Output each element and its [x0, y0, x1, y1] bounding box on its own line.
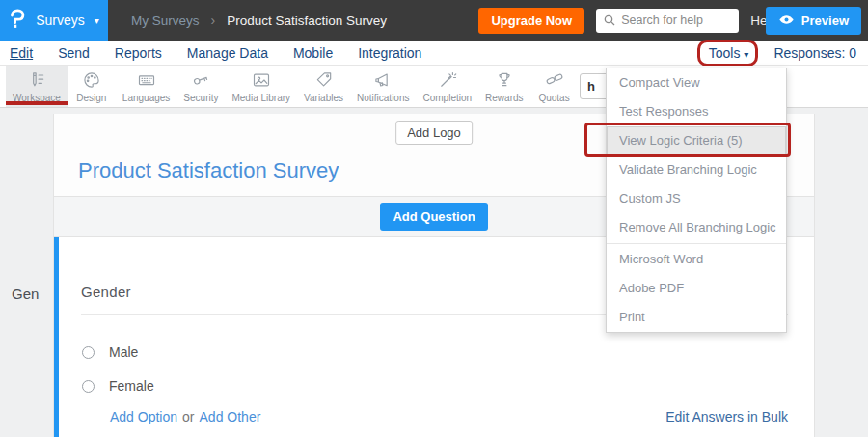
radio-female[interactable] — [82, 380, 95, 393]
megaphone-icon — [373, 70, 393, 90]
key-icon — [191, 70, 210, 90]
eye-icon — [778, 12, 795, 31]
preview-label: Preview — [801, 14, 849, 28]
toolbar-item-variables[interactable]: Variables — [297, 66, 350, 107]
workspace-icon — [27, 70, 46, 90]
product-menu-label: Surveys — [36, 13, 85, 28]
upgrade-now-button[interactable]: Upgrade Now — [478, 8, 584, 34]
image-icon — [252, 70, 271, 90]
edit-answers-in-bulk-link[interactable]: Edit Answers in Bulk — [665, 409, 788, 424]
toolbar-item-quotas[interactable]: Quotas — [530, 66, 579, 107]
toolbar-item-rewards[interactable]: Rewards — [478, 66, 529, 107]
topbar: Surveys ▾ My Surveys › Product Satisfact… — [0, 0, 868, 41]
nav-right: Tools ▾ Responses: 0 — [705, 44, 868, 62]
menu-divider — [607, 243, 786, 244]
proprofs-logo-icon — [9, 9, 26, 33]
menu-item-validate-branching-logic[interactable]: Validate Branching Logic — [607, 155, 786, 184]
menu-item-custom-js[interactable]: Custom JS — [607, 184, 786, 213]
menu-item-remove-all-branching-logic[interactable]: Remove All Branching Logic — [607, 213, 786, 242]
radio-male[interactable] — [82, 346, 95, 359]
add-logo-button[interactable]: Add Logo — [395, 121, 473, 145]
trophy-icon — [495, 70, 514, 90]
toolbar-item-completion[interactable]: Completion — [416, 66, 478, 107]
palette-icon — [82, 70, 101, 90]
question-title[interactable]: Gender — [81, 284, 131, 300]
option-row-female: Female — [82, 378, 154, 394]
add-option-link[interactable]: Add Option — [110, 409, 177, 424]
toolbar-item-languages[interactable]: Languages — [116, 66, 177, 107]
toolbar-item-security[interactable]: Security — [176, 66, 225, 107]
wand-icon — [438, 70, 457, 90]
menu-item-adobe-pdf[interactable]: Adobe PDF — [607, 274, 786, 303]
option-label-male: Male — [109, 344, 138, 360]
survey-title[interactable]: Product Satisfaction Survey — [78, 158, 339, 183]
tab-manage-data[interactable]: Manage Data — [175, 45, 281, 61]
search-icon — [602, 13, 617, 32]
tab-reports[interactable]: Reports — [102, 45, 175, 61]
option-links: Add Option or Add Other — [110, 409, 260, 424]
help-search — [596, 9, 739, 33]
breadcrumb-separator-icon: › — [211, 13, 216, 28]
tools-dropdown-menu: Compact View Test Responses View Logic C… — [606, 68, 787, 333]
chevron-down-icon: ▾ — [744, 49, 748, 60]
breadcrumb: My Surveys › Product Satisfaction Survey — [131, 13, 387, 28]
menu-item-microsoft-word[interactable]: Microsoft Word — [607, 245, 786, 274]
tools-label: Tools — [709, 45, 741, 61]
keyboard-icon — [137, 70, 156, 90]
tag-icon — [314, 70, 334, 90]
option-row-male: Male — [82, 344, 138, 360]
breadcrumb-parent[interactable]: My Surveys — [131, 14, 200, 28]
toolbar-item-media-library[interactable]: Media Library — [225, 66, 297, 107]
question-nav-fragment: Gen — [12, 286, 39, 302]
menu-item-print[interactable]: Print — [607, 303, 786, 332]
tab-send[interactable]: Send — [45, 45, 102, 61]
menu-item-compact-view[interactable]: Compact View — [607, 68, 786, 97]
search-input[interactable] — [596, 9, 739, 33]
toolbar-item-notifications[interactable]: Notifications — [350, 66, 416, 107]
breadcrumb-current: Product Satisfaction Survey — [227, 14, 387, 28]
preview-button[interactable]: Preview — [766, 7, 861, 35]
tools-dropdown-button[interactable]: Tools ▾ — [705, 44, 753, 62]
chevron-down-icon: ▾ — [95, 15, 99, 26]
option-label-female: Female — [109, 378, 154, 394]
tab-integration[interactable]: Integration — [345, 45, 434, 61]
add-other-link[interactable]: Add Other — [200, 409, 261, 424]
or-text: or — [182, 409, 194, 424]
survey-builder-app: Surveys ▾ My Surveys › Product Satisfact… — [0, 0, 868, 437]
section-nav: Edit Send Reports Manage Data Mobile Int… — [0, 41, 868, 66]
product-switcher[interactable]: Surveys ▾ — [0, 0, 108, 41]
menu-item-test-responses[interactable]: Test Responses — [607, 97, 786, 126]
add-question-button[interactable]: Add Question — [380, 203, 487, 231]
responses-count: Responses: 0 — [773, 45, 856, 61]
toolbar-item-design[interactable]: Design — [68, 66, 116, 107]
tab-edit[interactable]: Edit — [0, 45, 45, 61]
toolbar-item-workspace[interactable]: Workspace — [6, 66, 68, 107]
chain-icon — [545, 70, 564, 90]
tab-mobile[interactable]: Mobile — [281, 45, 345, 61]
menu-item-view-logic-criteria[interactable]: View Logic Criteria (5) — [607, 126, 786, 155]
